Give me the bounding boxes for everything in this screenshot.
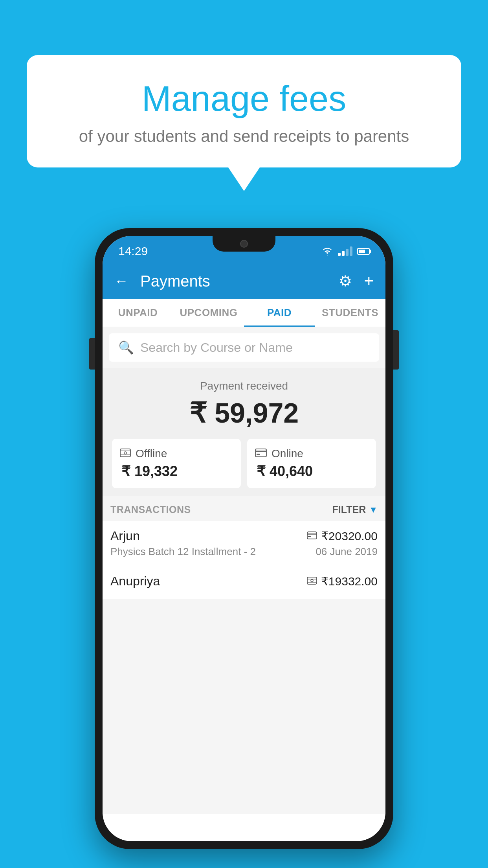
app-bar: ← Payments ⚙ + [103,263,385,299]
speech-bubble-subtitle: of your students and send receipts to pa… [50,127,438,146]
tab-unpaid[interactable]: UNPAID [103,299,173,327]
app-bar-title: Payments [140,272,331,290]
battery-fill [359,250,365,253]
search-bar[interactable]: 🔍 Search by Course or Name [109,333,379,362]
cash-icon [120,448,131,460]
table-row[interactable]: Anupriya [103,566,385,599]
app-content: 14:29 [103,236,385,814]
svg-point-3 [124,452,127,454]
search-placeholder: Search by Course or Name [140,340,293,355]
add-button[interactable]: + [364,272,374,291]
offline-type-label: Offline [136,447,167,460]
svg-point-13 [311,579,313,582]
wifi-icon [321,247,333,256]
online-payment-card: Online ₹ 40,640 [247,439,376,488]
online-type-label: Online [272,447,303,460]
transaction-row1: Arjun ₹20320.00 [110,529,378,543]
table-row[interactable]: Arjun ₹20320.00 [103,521,385,566]
card-icon [255,448,267,460]
main-content: 🔍 Search by Course or Name Payment recei… [103,327,385,814]
card-payment-icon [307,530,317,542]
transaction-row1: Anupriya [110,574,378,588]
filter-icon: ▼ [369,505,378,515]
front-camera [240,240,248,248]
phone-screen: 14:29 [103,236,385,841]
tab-students[interactable]: STUDENTS [315,299,385,327]
offline-amount: ₹ 19,332 [120,463,178,480]
filter-button[interactable]: FILTER ▼ [332,504,378,515]
signal-icon [338,246,352,256]
transaction-amount-row: ₹19332.00 [307,574,378,588]
transaction-name: Arjun [110,529,140,543]
phone-outer: 14:29 [95,228,393,849]
tab-bar: UNPAID UPCOMING PAID STUDENTS [103,299,385,327]
svg-rect-0 [120,449,130,457]
search-icon: 🔍 [118,340,134,355]
status-icons [321,246,370,256]
transaction-date: 06 June 2019 [316,546,378,558]
battery-icon [357,248,370,255]
offline-card-header: Offline [120,447,167,460]
transaction-list: Arjun ₹20320.00 [103,521,385,599]
transaction-course: Physics Batch 12 Installment - 2 [110,546,256,558]
svg-rect-7 [307,532,317,539]
settings-icon[interactable]: ⚙ [339,272,352,290]
tab-upcoming[interactable]: UPCOMING [173,299,244,327]
payment-summary: Payment received ₹ 59,972 [103,368,385,496]
cash-payment-icon [307,575,317,587]
speech-bubble-tail [228,167,260,191]
speech-bubble-container: Manage fees of your students and send re… [27,55,461,191]
app-bar-actions: ⚙ + [339,272,374,291]
transactions-header: TRANSACTIONS FILTER ▼ [103,496,385,521]
svg-rect-4 [255,449,266,457]
status-time: 14:29 [118,245,148,258]
back-button[interactable]: ← [114,273,128,289]
transaction-amount: ₹19332.00 [321,574,378,588]
tab-paid[interactable]: PAID [244,299,315,327]
transaction-amount-row: ₹20320.00 [307,529,378,543]
svg-rect-9 [308,536,311,537]
transactions-label: TRANSACTIONS [110,504,191,515]
svg-rect-10 [307,577,317,584]
online-card-header: Online [255,447,303,460]
transaction-name: Anupriya [110,574,160,588]
payment-received-label: Payment received [110,380,378,392]
transaction-amount: ₹20320.00 [321,529,378,543]
online-amount: ₹ 40,640 [255,463,313,480]
speech-bubble: Manage fees of your students and send re… [27,55,461,167]
phone-device: 14:29 [95,228,393,849]
speech-bubble-title: Manage fees [50,79,438,119]
filter-label: FILTER [332,504,366,515]
phone-notch [213,236,275,252]
offline-payment-card: Offline ₹ 19,332 [112,439,241,488]
payment-cards: Offline ₹ 19,332 [110,439,378,488]
svg-rect-6 [257,454,260,455]
transaction-row2: Physics Batch 12 Installment - 2 06 June… [110,546,378,558]
payment-total-amount: ₹ 59,972 [110,397,378,429]
